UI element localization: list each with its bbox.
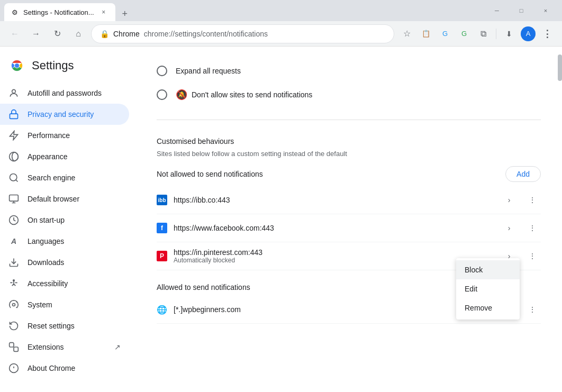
dont-allow-radio-button[interactable] (157, 89, 167, 100)
ibb-favicon: ibb (157, 195, 167, 205)
wpbeginners-more-button[interactable]: ⋮ (524, 301, 541, 318)
tab-favicon: ⚙ (11, 8, 19, 16)
site-row-facebook: f https://www.facebook.com:443 › ⋮ (157, 214, 541, 242)
block-menu-item[interactable]: Block (456, 260, 520, 279)
scrollbar-track[interactable] (558, 47, 562, 392)
allowed-title: Allowed to send notifications (157, 283, 250, 291)
bookmark-button[interactable]: ☆ (398, 25, 415, 42)
sidebar-item-appearance[interactable]: Appearance (0, 146, 129, 167)
profile-button[interactable]: A (520, 25, 537, 42)
page-content: Expand all requests 🔕 Don't allow sites … (135, 47, 562, 392)
sidebar-item-downloads[interactable]: Downloads (0, 252, 129, 273)
ibb-info: https://ibb.co:443 (174, 196, 494, 204)
ext-icon-3[interactable]: G (456, 25, 473, 42)
sidebar-item-languages[interactable]: A Languages (0, 231, 129, 252)
omnibox-url: chrome://settings/content/notifications (144, 30, 268, 38)
chrome-logo-icon (8, 57, 25, 74)
sidebar-item-label: About Chrome (28, 364, 75, 372)
back-button[interactable]: ← (6, 25, 23, 42)
dont-allow-option[interactable]: 🔕 Don't allow sites to send notification… (157, 83, 541, 107)
sidebar-header: Settings (0, 51, 135, 83)
ibb-url: https://ibb.co:443 (174, 196, 494, 204)
facebook-expand-button[interactable]: › (501, 220, 518, 236)
customised-section: Customised behaviours Sites listed below… (157, 120, 541, 324)
svg-point-2 (15, 63, 19, 68)
ibb-expand-button[interactable]: › (501, 192, 518, 208)
svg-point-11 (13, 280, 15, 281)
sidebar-item-label: Search engine (28, 174, 75, 182)
sidebar-item-performance[interactable]: Performance (0, 125, 129, 146)
active-tab[interactable]: ⚙ Settings - Notification... × (4, 3, 115, 21)
sidebar-item-label: Accessibility (28, 279, 68, 288)
facebook-info: https://www.facebook.com:443 (174, 224, 494, 232)
browser-frame: ⚙ Settings - Notification... × + ─ □ × ←… (0, 0, 562, 392)
extensions-button[interactable]: ⧉ (475, 25, 492, 42)
svg-point-3 (12, 89, 16, 93)
sidebar-item-label: Autofill and passwords (28, 89, 102, 97)
sidebar-item-default-browser[interactable]: Default browser (0, 188, 129, 209)
sidebar-item-label: System (28, 300, 52, 309)
svg-rect-8 (10, 195, 19, 202)
not-allowed-section: Not allowed to send notifications Add ib… (157, 166, 541, 270)
scrollbar-thumb[interactable] (558, 54, 562, 81)
reload-button[interactable]: ↻ (49, 25, 66, 42)
sidebar-item-on-startup[interactable]: On start-up (0, 209, 129, 231)
site-row-pinterest: P https://in.pinterest.com:443 Automatic… (157, 242, 541, 270)
expand-requests-option[interactable]: Expand all requests (157, 59, 541, 83)
forward-button[interactable]: → (28, 25, 44, 42)
close-button[interactable]: × (533, 3, 558, 18)
site-row-ibb: ibb https://ibb.co:443 › ⋮ (157, 186, 541, 214)
sidebar-item-system[interactable]: System (0, 294, 129, 315)
ext-icon-1[interactable]: 📋 (418, 25, 434, 42)
facebook-more-button[interactable]: ⋮ (524, 220, 541, 236)
downloads-button[interactable]: ⬇ (501, 25, 518, 42)
tab-close-button[interactable]: × (98, 7, 109, 17)
ext-icon-2[interactable]: G (437, 25, 454, 42)
home-button[interactable]: ⌂ (70, 25, 87, 42)
not-allowed-title: Not allowed to send notifications (157, 170, 263, 178)
svg-point-12 (13, 304, 15, 306)
sidebar-item-label: Extensions (28, 343, 64, 351)
sidebar-item-label: Downloads (28, 258, 64, 267)
expand-radio-button[interactable] (157, 66, 167, 76)
menu-button[interactable]: ⋮ (539, 25, 556, 42)
add-button[interactable]: Add (505, 166, 541, 182)
mute-bell-icon: 🔕 (176, 89, 187, 101)
sidebar-item-label: Privacy and security (28, 110, 94, 118)
new-tab-button[interactable]: + (117, 6, 132, 21)
pinterest-sublabel: Automatically blocked (174, 257, 494, 264)
remove-menu-item[interactable]: Remove (456, 298, 520, 317)
toolbar-divider (496, 29, 496, 39)
appearance-icon (8, 151, 19, 162)
sidebar-item-about[interactable]: About Chrome (0, 358, 129, 379)
maximize-button[interactable]: □ (509, 3, 533, 18)
pinterest-more-button[interactable]: ⋮ (524, 248, 541, 265)
pinterest-favicon: P (157, 251, 167, 261)
edit-menu-item[interactable]: Edit (456, 279, 520, 298)
external-link-icon: ↗ (114, 343, 121, 351)
sidebar-item-label: On start-up (28, 216, 65, 224)
sidebar-item-autofill[interactable]: Autofill and passwords (0, 83, 129, 104)
facebook-favicon: f (157, 223, 167, 233)
sidebar-item-reset[interactable]: Reset settings (0, 315, 129, 336)
sidebar-item-accessibility[interactable]: Accessibility (0, 273, 129, 294)
downloads-icon (8, 257, 19, 268)
pinterest-info: https://in.pinterest.com:443 Automatical… (174, 248, 494, 264)
sidebar-item-extensions[interactable]: Extensions ↗ (0, 336, 129, 358)
sidebar-item-search[interactable]: Search engine (0, 167, 129, 188)
about-icon (8, 363, 19, 373)
omnibox[interactable]: 🔒 Chrome chrome://settings/content/notif… (91, 24, 394, 43)
performance-icon (8, 130, 19, 141)
section-desc: Sites listed below follow a custom setti… (157, 150, 541, 158)
ibb-more-button[interactable]: ⋮ (524, 192, 541, 208)
main-content: Settings Autofill and passwords Privacy … (0, 47, 562, 392)
dont-allow-label: Don't allow sites to send notifications (192, 90, 312, 99)
sidebar-item-label: Performance (28, 131, 70, 140)
sidebar-item-privacy[interactable]: Privacy and security (0, 104, 129, 125)
svg-rect-4 (10, 114, 18, 118)
tab-bar: ⚙ Settings - Notification... × + ─ □ × (0, 0, 562, 21)
minimize-button[interactable]: ─ (485, 3, 509, 18)
toolbar-icons: ☆ 📋 G G ⧉ ⬇ A ⋮ (398, 25, 556, 42)
globe-favicon: 🌐 (157, 304, 167, 315)
system-icon (8, 299, 19, 310)
